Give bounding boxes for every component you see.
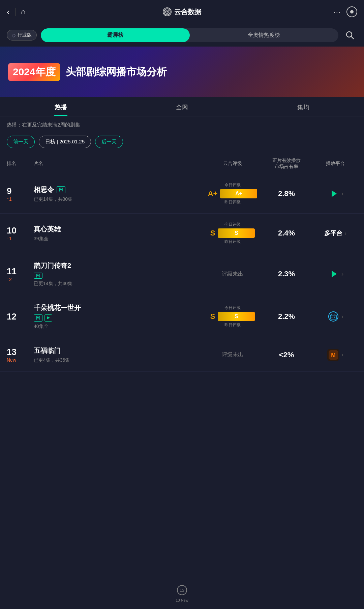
- today-rating-label: 今日评级: [224, 305, 241, 311]
- current-date-badge: 日榜 | 2025.01.25: [39, 136, 91, 148]
- rank-number: 9: [7, 186, 11, 196]
- banner-content: 2024年度 头部剧综网播市场分析: [8, 63, 167, 81]
- svg-point-7: [329, 312, 338, 321]
- title-column: 五福临门 已更4集，共36集: [34, 346, 206, 363]
- col-rating-header: 云合评级: [206, 161, 260, 167]
- today-rating-label: 今日评级: [224, 222, 241, 227]
- svg-text:M: M: [331, 352, 335, 358]
- row-arrow: ›: [341, 351, 343, 358]
- episode-info: 40集全: [34, 324, 206, 330]
- table-header: 排名 片名 云合评级 正片有效播放市场占有率 播放平台: [0, 154, 364, 174]
- rank-number: 13: [7, 347, 17, 357]
- platform-badge-net: 网: [57, 186, 65, 193]
- more-options-button[interactable]: ···: [333, 8, 341, 16]
- tab-all-net[interactable]: 全网: [121, 97, 243, 116]
- row-arrow: ›: [344, 230, 346, 237]
- header: ‹ ⌂ 云合数据 ···: [0, 0, 364, 24]
- platform-column: ›: [313, 188, 357, 200]
- svg-marker-6: [332, 271, 337, 277]
- svg-marker-5: [332, 190, 337, 197]
- app-logo: [163, 7, 172, 16]
- banner[interactable]: 2024年度 头部剧综网播市场分析: [0, 47, 364, 97]
- platform-bilibili: [327, 310, 339, 323]
- nav-item-new[interactable]: 13 13 New: [176, 585, 188, 602]
- rating-column: 今日评级 S S 昨日评级: [206, 305, 260, 328]
- rank-number: 12: [7, 311, 17, 322]
- rank-number: 11: [7, 266, 17, 277]
- date-navigation: 前一天 日榜 | 2025.01.25 后一天: [0, 132, 364, 154]
- platform-iqiyi: [327, 268, 339, 280]
- banner-subtitle: 头部剧综网播市场分析: [66, 65, 167, 79]
- rating-column: 今日评级 S S 昨日评级: [206, 222, 260, 245]
- rating-not-available: 评级未出: [222, 271, 243, 278]
- show-title: 鹊刀门传奇2: [34, 261, 206, 270]
- col-share-header: 正片有效播放市场占有率: [260, 158, 313, 170]
- next-day-button[interactable]: 后一天: [95, 136, 123, 148]
- banner-year: 2024年度: [8, 63, 60, 81]
- back-button[interactable]: ‹: [7, 7, 10, 17]
- rank-column: 11 ↑2: [7, 266, 34, 282]
- platform-column: ›: [313, 310, 357, 323]
- svg-point-11: [332, 317, 333, 318]
- table-row[interactable]: 10 ↑1 真心英雄 39集全 今日评级 S S 昨日评级 2.4% 多平台 ›: [0, 214, 364, 253]
- show-title: 真心英雄: [34, 225, 206, 234]
- show-title: 五福临门: [34, 346, 206, 355]
- show-title: 相思令 网: [34, 185, 206, 194]
- yesterday-rating-label: 昨日评级: [224, 199, 241, 205]
- rating-bar: A+: [220, 189, 257, 198]
- title-column: 相思令 网 已更14集，共30集: [34, 185, 206, 202]
- scan-button[interactable]: [346, 6, 357, 17]
- row-arrow: ›: [341, 190, 343, 197]
- table-row[interactable]: 9 ↑1 相思令 网 已更14集，共30集 今日评级 A+ A+ 昨日评级 2.…: [0, 174, 364, 214]
- platform-iqiyi: [327, 188, 339, 200]
- rank-column: 9 ↑1: [7, 186, 34, 202]
- market-share: 2.2%: [260, 312, 313, 321]
- table-row[interactable]: 11 ↑2 鹊刀门传奇2 网 已更14集，共40集 评级未出 2.3% ›: [0, 253, 364, 295]
- search-button[interactable]: [342, 28, 357, 43]
- tab-heat[interactable]: 全奥情热度榜: [190, 28, 339, 42]
- svg-rect-8: [330, 315, 336, 319]
- multi-platform-label: 多平台: [324, 229, 342, 237]
- title-column: 真心英雄 39集全: [34, 225, 206, 242]
- tab-avg[interactable]: 集均: [243, 97, 364, 116]
- rating-value: A+: [208, 189, 218, 198]
- svg-line-4: [351, 36, 354, 39]
- platform-badge-play: ▶: [44, 314, 52, 322]
- rating-column: 今日评级 A+ A+ 昨日评级: [206, 182, 260, 205]
- table-row[interactable]: 12 千朵桃花一世开 网 ▶ 40集全 今日评级 S S 昨日评级 2.2%: [0, 295, 364, 338]
- episode-info: 已更14集，共30集: [34, 196, 206, 202]
- col-platform-header: 播放平台: [313, 161, 357, 167]
- new-icon: 13: [177, 585, 187, 596]
- rank-change: ↑1: [7, 196, 12, 202]
- home-button[interactable]: ⌂: [21, 7, 25, 16]
- market-share: <2%: [260, 351, 313, 359]
- rating-not-available: 评级未出: [222, 351, 243, 358]
- prev-day-button[interactable]: 前一天: [7, 136, 35, 148]
- rating-value: S: [210, 312, 215, 321]
- rating-column: 评级未出: [206, 351, 260, 358]
- col-rank-header: 排名: [7, 161, 34, 167]
- header-divider: [15, 8, 16, 16]
- episode-info: 39集全: [34, 236, 206, 242]
- platform-column: M ›: [313, 349, 357, 361]
- title-column: 鹊刀门传奇2 网 已更14集，共40集: [34, 261, 206, 287]
- market-share: 2.3%: [260, 270, 313, 278]
- industry-badge[interactable]: ◇ 行业版: [7, 30, 37, 40]
- table-row[interactable]: 13 New 五福临门 已更4集，共36集 评级未出 <2% M ›: [0, 338, 364, 372]
- title-column: 千朵桃花一世开 网 ▶ 40集全: [34, 303, 206, 330]
- svg-point-2: [166, 11, 168, 12]
- app-title: 云合数据: [163, 7, 201, 17]
- content-tabs: 热播 全网 集均: [0, 97, 364, 116]
- svg-text:13: 13: [180, 588, 184, 593]
- yesterday-rating-label: 昨日评级: [224, 239, 241, 245]
- rank-new-label: New: [7, 357, 16, 363]
- top-tab-bar: ◇ 行业版 霸屏榜 全奥情热度榜: [0, 24, 364, 47]
- tab-hot[interactable]: 热播: [0, 97, 121, 116]
- rank-number: 10: [7, 225, 17, 236]
- today-rating-label: 今日评级: [224, 182, 241, 188]
- show-title: 千朵桃花一世开: [34, 303, 206, 312]
- market-share: 2.8%: [260, 189, 313, 198]
- tab-baping[interactable]: 霸屏榜: [41, 28, 190, 42]
- row-arrow: ›: [341, 271, 343, 278]
- rating-bar: S: [218, 228, 255, 238]
